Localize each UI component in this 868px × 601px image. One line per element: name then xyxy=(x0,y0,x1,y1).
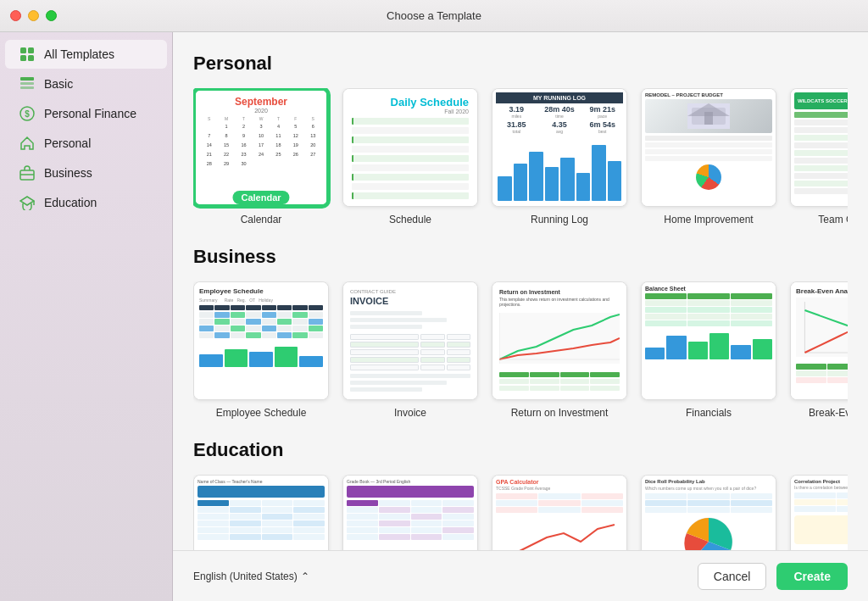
language-chevron-icon: ⌃ xyxy=(301,570,309,582)
template-invoice[interactable]: CONTRACT GUIDE INVOICE xyxy=(342,281,478,419)
financials-label: Financials xyxy=(686,407,732,419)
table-icon xyxy=(19,75,36,92)
calendar-year: 2020 xyxy=(201,108,321,114)
template-thumb-home-improvement[interactable]: REMODEL – PROJECT BUDGET xyxy=(641,88,776,207)
sidebar-item-all-templates[interactable]: All Templates xyxy=(5,40,167,69)
schedule-line xyxy=(352,174,469,181)
schedule-preview-title: Daily Schedule xyxy=(347,92,474,109)
home-pie-chart xyxy=(696,164,721,190)
svg-rect-5 xyxy=(20,82,34,85)
schedule-line-gray xyxy=(352,183,469,190)
grid-icon xyxy=(19,46,36,63)
calendar-badge: Calendar xyxy=(232,191,289,204)
template-thumb-schedule[interactable]: Daily Schedule Fall 2020 xyxy=(342,88,478,207)
content-area: Personal September 2020 S M T W xyxy=(173,32,868,601)
svg-text:$: $ xyxy=(25,109,30,119)
template-home-improvement[interactable]: REMODEL – PROJECT BUDGET xyxy=(641,88,776,225)
maximize-button[interactable] xyxy=(46,10,57,21)
svg-rect-1 xyxy=(28,47,34,53)
template-calendar[interactable]: September 2020 S M T W T F S xyxy=(193,88,329,225)
calendar-label: Calendar xyxy=(241,214,282,225)
home-image xyxy=(645,99,772,133)
minimize-button[interactable] xyxy=(28,10,39,21)
titlebar: Choose a Template xyxy=(0,0,868,32)
template-thumb-roi[interactable]: Return on Investment This template shows… xyxy=(492,281,627,400)
schedule-line xyxy=(352,118,469,125)
cancel-button[interactable]: Cancel xyxy=(698,563,767,590)
sidebar-label-education: Education xyxy=(44,196,97,209)
svg-rect-4 xyxy=(20,77,34,81)
sidebar-label-personal-finance: Personal Finance xyxy=(44,107,136,120)
emp-title: Employee Schedule xyxy=(199,287,323,295)
sidebar: All Templates Basic $ Personal Finance xyxy=(0,32,173,601)
invoice-label: Invoice xyxy=(394,407,426,419)
sidebar-item-business[interactable]: Business xyxy=(5,159,167,187)
template-thumb-running-log[interactable]: MY RUNNING LOG 3.19 miles 28m 40s time xyxy=(492,88,627,207)
footer: English (United States) ⌃ Cancel Create xyxy=(173,550,868,601)
home-icon xyxy=(19,135,36,152)
home-improvement-label: Home Improvement xyxy=(664,214,753,225)
briefcase-icon xyxy=(19,164,36,181)
language-label: English (United States) xyxy=(193,570,298,582)
break-even-label: Break-Even Analysi… xyxy=(809,407,848,419)
schedule-line-gray xyxy=(352,146,469,153)
invoice-preview-title: INVOICE xyxy=(350,296,470,306)
schedule-line xyxy=(352,155,469,162)
business-section-title: Business xyxy=(193,246,848,268)
running-header: MY RUNNING LOG xyxy=(496,92,623,103)
template-thumb-team-organizer[interactable]: WILDCATS SOCCER xyxy=(790,88,848,207)
create-button[interactable]: Create xyxy=(776,563,848,590)
sidebar-label-basic: Basic xyxy=(44,77,73,91)
business-section: Business Employee Schedule Summary Rate … xyxy=(193,246,848,419)
template-employee-schedule[interactable]: Employee Schedule Summary Rate Reg. OT H… xyxy=(193,281,329,419)
schedule-line-gray xyxy=(352,127,469,134)
template-financials[interactable]: Balance Sheet xyxy=(641,281,776,419)
footer-buttons: Cancel Create xyxy=(698,563,848,590)
schedule-preview-subtitle: Fall 2020 xyxy=(347,109,474,114)
sidebar-item-personal-finance[interactable]: $ Personal Finance xyxy=(5,99,167,128)
schedule-line xyxy=(352,192,469,199)
schedule-line-gray xyxy=(352,164,469,171)
main-layout: All Templates Basic $ Personal Finance xyxy=(0,32,868,601)
team-organizer-label: Team Organiza… xyxy=(818,214,848,225)
template-thumb-calendar[interactable]: September 2020 S M T W T F S xyxy=(193,88,329,207)
sidebar-item-personal[interactable]: Personal xyxy=(5,129,167,158)
window-controls xyxy=(10,10,57,21)
template-thumb-employee-schedule[interactable]: Employee Schedule Summary Rate Reg. OT H… xyxy=(193,281,329,400)
svg-rect-6 xyxy=(20,86,34,89)
schedule-line xyxy=(352,136,469,143)
svg-rect-20 xyxy=(796,298,848,357)
personal-templates-row: September 2020 S M T W T F S xyxy=(193,88,848,225)
graduation-icon xyxy=(19,194,36,211)
template-break-even[interactable]: Break-Even Analysis break-even xyxy=(790,281,848,419)
business-templates-row: Employee Schedule Summary Rate Reg. OT H… xyxy=(193,281,848,419)
employee-schedule-label: Employee Schedule xyxy=(216,407,307,419)
svg-rect-2 xyxy=(20,55,26,61)
template-thumb-financials[interactable]: Balance Sheet xyxy=(641,281,776,400)
sidebar-label-personal: Personal xyxy=(44,136,91,150)
close-button[interactable] xyxy=(10,10,21,21)
svg-rect-3 xyxy=(28,55,34,61)
template-running-log[interactable]: MY RUNNING LOG 3.19 miles 28m 40s time xyxy=(492,88,627,225)
template-thumb-break-even[interactable]: Break-Even Analysis break-even xyxy=(790,281,848,400)
language-selector[interactable]: English (United States) ⌃ xyxy=(193,570,309,582)
svg-rect-0 xyxy=(20,47,26,53)
sidebar-item-basic[interactable]: Basic xyxy=(5,70,167,98)
template-roi[interactable]: Return on Investment This template shows… xyxy=(492,281,627,419)
sidebar-label-business: Business xyxy=(44,166,92,180)
money-icon: $ xyxy=(19,105,36,122)
window-title: Choose a Template xyxy=(387,9,481,22)
running-log-label: Running Log xyxy=(531,214,588,225)
template-thumb-invoice[interactable]: CONTRACT GUIDE INVOICE xyxy=(342,281,478,400)
sidebar-label-all-templates: All Templates xyxy=(44,47,114,61)
education-section-title: Education xyxy=(193,439,848,461)
template-team-organizer[interactable]: WILDCATS SOCCER xyxy=(790,88,848,225)
template-schedule[interactable]: Daily Schedule Fall 2020 xyxy=(342,88,478,225)
personal-section: Personal September 2020 S M T W xyxy=(193,53,848,225)
roi-label: Return on Investment xyxy=(511,407,609,419)
sidebar-item-education[interactable]: Education xyxy=(5,188,167,217)
personal-section-title: Personal xyxy=(193,53,848,75)
schedule-label: Schedule xyxy=(389,214,431,225)
calendar-month: September xyxy=(201,96,321,108)
